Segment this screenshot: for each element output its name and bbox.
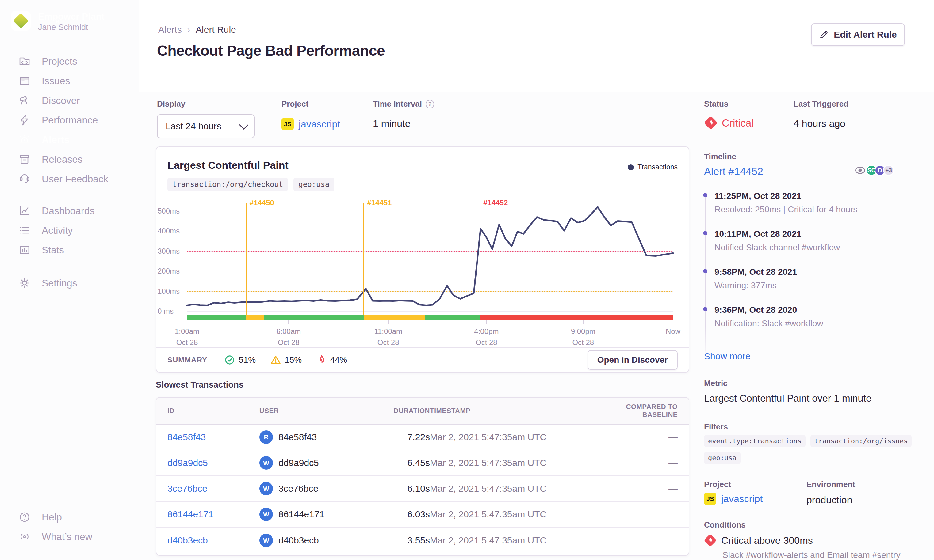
- display-select[interactable]: Last 24 hours: [157, 114, 255, 138]
- sidebar-item-issues[interactable]: Issues: [0, 71, 139, 91]
- panel-project-link[interactable]: javascript: [721, 493, 763, 505]
- user-name: 84e58f43: [278, 432, 317, 442]
- breadcrumb-alert-rule: Alert Rule: [196, 25, 236, 35]
- pencil-icon: [819, 30, 829, 40]
- show-more-link[interactable]: Show more: [704, 351, 750, 362]
- sidebar-item-alerts[interactable]: Alerts: [0, 130, 139, 149]
- sidebar-item-projects[interactable]: Projects: [0, 51, 139, 71]
- time-interval-label: Time Interval: [373, 99, 422, 109]
- alert-rule-page: Empower Plant Jane Schmidt ProjectsIssue…: [0, 0, 934, 560]
- slowest-transactions-title: Slowest Transactions: [156, 380, 244, 390]
- chart-filter-tag: geo:usa: [293, 178, 334, 191]
- timeline-entries: 11:25PM, Oct 28 2021Resolved: 250ms | Cr…: [703, 191, 918, 363]
- sidebar-item-dashboards[interactable]: Dashboards: [0, 201, 139, 221]
- sidebar-item-settings[interactable]: Settings: [0, 273, 139, 293]
- timestamp-cell: Mar 2, 2021 5:47:35am UTC: [430, 458, 620, 468]
- timeline-entry-description: Warning: 377ms: [715, 281, 777, 291]
- environment-value: production: [806, 494, 852, 506]
- summary-percent: 51%: [239, 355, 256, 365]
- alert-number-link[interactable]: Alert #14452: [704, 165, 763, 177]
- x-axis-tick-label: Now: [666, 327, 681, 336]
- project-label: Project: [281, 99, 340, 109]
- column-header-user: USER: [259, 407, 379, 415]
- y-axis-tick-label: 400ms: [157, 227, 184, 235]
- discover-icon: [18, 94, 31, 107]
- timeline-entry-description: Resolved: 250ms | Critical for 4 hours: [715, 205, 857, 214]
- breadcrumb-alerts[interactable]: Alerts: [158, 25, 182, 35]
- help-circle-icon[interactable]: ?: [426, 100, 434, 108]
- flame-icon: [316, 355, 326, 365]
- chart-status-bar: [187, 315, 673, 320]
- open-in-discover-button[interactable]: Open in Discover: [588, 350, 678, 370]
- x-axis-date-label: Oct 28: [377, 338, 399, 347]
- environment-label: Environment: [806, 480, 855, 489]
- sidebar: Empower Plant Jane Schmidt ProjectsIssue…: [0, 0, 139, 560]
- baseline-cell: —: [620, 458, 678, 468]
- timeline-label: Timeline: [704, 152, 736, 162]
- x-axis-date-label: Oct 28: [176, 338, 198, 347]
- sidebar-item-releases[interactable]: Releases: [0, 149, 139, 169]
- org-switcher[interactable]: Empower Plant Jane Schmidt: [11, 11, 105, 32]
- sidebar-item-activity[interactable]: Activity: [0, 221, 139, 240]
- edit-alert-rule-label: Edit Alert Rule: [834, 29, 897, 40]
- activity-icon: [18, 224, 31, 237]
- project-link[interactable]: javascript: [299, 118, 340, 130]
- overflow-avatar-badge[interactable]: +3: [883, 165, 894, 176]
- legend-dot-icon: [628, 164, 634, 170]
- panel-project-label: Project: [704, 480, 731, 489]
- sidebar-item-label: Stats: [42, 245, 64, 256]
- x-axis-tick-label: 4:00pm: [474, 327, 499, 336]
- display-control: Display Last 24 hours: [157, 99, 255, 138]
- filter-tag: event.type:transactions: [704, 435, 806, 447]
- javascript-platform-icon: JS: [704, 492, 716, 505]
- transaction-id-link[interactable]: 84e58f43: [167, 432, 206, 442]
- transaction-id-link[interactable]: 3ce76bce: [167, 483, 207, 494]
- sidebar-item-performance[interactable]: Performance: [0, 110, 139, 130]
- table-row: 86144e171W86144e1716.03sMar 2, 2021 5:47…: [156, 502, 689, 528]
- stats-icon: [18, 243, 31, 257]
- timestamp-cell: Mar 2, 2021 5:47:35am UTC: [430, 432, 620, 442]
- user-name: dd9a9dc5: [278, 458, 319, 468]
- table-body: 84e58f43R84e58f437.22sMar 2, 2021 5:47:3…: [156, 425, 689, 553]
- summary-percent: 44%: [330, 355, 347, 365]
- sidebar-item-stats[interactable]: Stats: [0, 240, 139, 260]
- user-avatar: W: [259, 456, 273, 470]
- projects-icon: [18, 55, 31, 68]
- column-header-compared-to-baseline: COMPARED TO BASELINE: [620, 403, 678, 419]
- condition-row: Critical above 300ms: [704, 534, 813, 546]
- transaction-id-link[interactable]: d40b3ecb: [167, 535, 208, 545]
- summary-label: SUMMARY: [167, 356, 207, 364]
- edit-alert-rule-button[interactable]: Edit Alert Rule: [811, 23, 905, 46]
- chart-summary-footer: SUMMARY 51%15%44% Open in Discover: [156, 348, 689, 372]
- baseline-cell: —: [620, 432, 678, 442]
- table-row: dd9a9dc5Wdd9a9dc56.45sMar 2, 2021 5:47:3…: [156, 450, 689, 476]
- user-feedback-icon: [18, 172, 31, 186]
- sidebar-item-user-feedback[interactable]: User Feedback: [0, 169, 139, 189]
- user-name: d40b3ecb: [278, 535, 319, 546]
- status-bar-segment: [187, 315, 246, 320]
- x-tickmark: [388, 320, 389, 324]
- transaction-id-link[interactable]: 86144e171: [167, 509, 213, 519]
- header-divider: [139, 92, 934, 92]
- transaction-id-link[interactable]: dd9a9dc5: [167, 458, 208, 468]
- sidebar-item-help[interactable]: Help: [0, 507, 139, 527]
- timeline-entry-time: 10:11PM, Oct 28 2021: [715, 229, 801, 239]
- duration-cell: 6.03s: [379, 509, 430, 520]
- javascript-platform-icon: JS: [281, 118, 294, 130]
- sidebar-item-what-s-new[interactable]: What’s new: [0, 527, 139, 546]
- baseline-cell: —: [620, 535, 678, 546]
- chart-card: Largest Contentful Paint transaction:/or…: [156, 146, 689, 372]
- sidebar-item-discover[interactable]: Discover: [0, 91, 139, 110]
- flame-diamond-icon: [704, 534, 716, 546]
- status-block: Status Critical: [704, 99, 754, 129]
- metric-label: Metric: [704, 378, 728, 388]
- transactions-table: IDUSERDURATIONTIMESTAMPCOMPARED TO BASEL…: [156, 397, 689, 556]
- table-row: d40b3ecbWd40b3ecb3.55sMar 2, 2021 5:47:3…: [156, 528, 689, 553]
- timeline-dot-icon: [703, 231, 707, 235]
- x-tickmark: [288, 320, 289, 324]
- timeline-dot-icon: [703, 307, 707, 311]
- eye-icon[interactable]: [855, 167, 865, 174]
- transactions-series-line: [187, 193, 673, 311]
- sidebar-item-label: Discover: [42, 95, 80, 106]
- user-avatar: W: [259, 508, 273, 521]
